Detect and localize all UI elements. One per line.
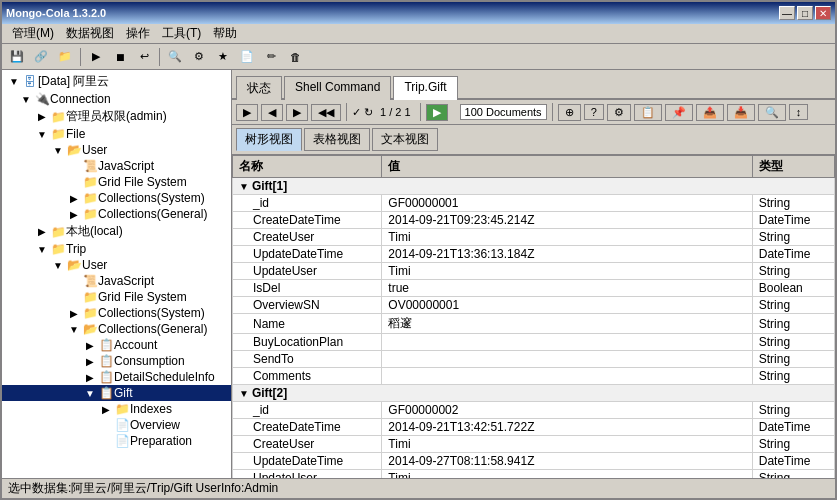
filter-button[interactable]: 🔍 (758, 104, 786, 121)
expand-icon[interactable]: ▶ (82, 340, 98, 351)
menu-help[interactable]: 帮助 (207, 23, 243, 44)
back-button[interactable]: ◀ (261, 104, 283, 121)
menu-tools[interactable]: 工具(T) (156, 23, 207, 44)
run-button[interactable]: ▶ (426, 104, 448, 121)
tab-trip-gift[interactable]: Trip.Gift (393, 76, 457, 100)
maximize-button[interactable]: □ (797, 6, 813, 20)
table-row[interactable]: BuyLocationPlanString (233, 334, 835, 351)
toolbar-btn-11[interactable]: ✏ (260, 46, 282, 68)
sidebar-item-gridfs2[interactable]: 📁 Grid File System (2, 289, 231, 305)
menu-admin[interactable]: 管理(M) (6, 23, 60, 44)
sidebar-item-detailschedule[interactable]: ▶ 📋 DetailScheduleInfo (2, 369, 231, 385)
menu-operation[interactable]: 操作 (120, 23, 156, 44)
paste-button[interactable]: 📌 (665, 104, 693, 121)
menu-dataview[interactable]: 数据视图 (60, 23, 120, 44)
table-row[interactable]: CreateUserTimiString (233, 229, 835, 246)
table-row[interactable]: CommentsString (233, 368, 835, 385)
help-button[interactable]: ? (584, 104, 604, 120)
toolbar-btn-12[interactable]: 🗑 (284, 46, 306, 68)
expand-icon[interactable]: ▼ (66, 324, 82, 335)
sidebar-item-file[interactable]: ▼ 📁 File (2, 126, 231, 142)
table-row[interactable]: _idGF00000002String (233, 402, 835, 419)
expand-icon[interactable]: ▼ (82, 388, 98, 399)
table-row-group[interactable]: ▼Gift[1] (233, 178, 835, 195)
toolbar-btn-1[interactable]: 💾 (6, 46, 28, 68)
expand-icon[interactable]: ▶ (82, 356, 98, 367)
table-row[interactable]: UpdateDateTime2014-09-27T08:11:58.941ZDa… (233, 453, 835, 470)
sidebar-item-admin[interactable]: ▶ 📁 管理员权限(admin) (2, 107, 231, 126)
table-row[interactable]: SendToString (233, 351, 835, 368)
expand-icon[interactable]: ▼ (34, 244, 50, 255)
sidebar-item-aliyun-data[interactable]: ▼ 🗄 [Data] 阿里云 (2, 72, 231, 91)
expand-icon[interactable]: ▼ (34, 129, 50, 140)
play-button[interactable]: ▶ (236, 104, 258, 121)
table-row[interactable]: CreateDateTime2014-09-21T13:42:51.722ZDa… (233, 419, 835, 436)
minimize-button[interactable]: — (779, 6, 795, 20)
expand-icon[interactable]: ▼ (6, 76, 22, 87)
toolbar-btn-10[interactable]: 📄 (236, 46, 258, 68)
toolbar-btn-5[interactable]: ⏹ (109, 46, 131, 68)
sidebar-item-colgen2[interactable]: ▼ 📂 Collections(General) (2, 321, 231, 337)
toolbar-btn-3[interactable]: 📁 (54, 46, 76, 68)
tab-status[interactable]: 状态 (236, 76, 282, 100)
toolbar-btn-8[interactable]: ⚙ (188, 46, 210, 68)
expand-icon[interactable]: ▶ (82, 372, 98, 383)
view-tab-grid[interactable]: 表格视图 (304, 128, 370, 151)
table-row[interactable]: CreateDateTime2014-09-21T09:23:45.214ZDa… (233, 212, 835, 229)
toolbar-btn-7[interactable]: 🔍 (164, 46, 186, 68)
expand-icon[interactable]: ▶ (34, 111, 50, 122)
sidebar-item-overview[interactable]: 📄 Overview (2, 417, 231, 433)
add-button[interactable]: ⊕ (558, 104, 581, 121)
expand-icon[interactable]: ▶ (66, 209, 82, 220)
table-row[interactable]: UpdateDateTime2014-09-21T13:36:13.184ZDa… (233, 246, 835, 263)
settings-button[interactable]: ⚙ (607, 104, 631, 121)
table-row[interactable]: UpdateUserTimiString (233, 263, 835, 280)
sidebar-item-preparation[interactable]: 📄 Preparation (2, 433, 231, 449)
sidebar-item-file-user[interactable]: ▼ 📂 User (2, 142, 231, 158)
table-row[interactable]: IsDeltrueBoolean (233, 280, 835, 297)
expand-icon[interactable]: ▶ (98, 404, 114, 415)
expand-icon[interactable]: ▶ (34, 226, 50, 237)
export-button[interactable]: 📤 (696, 104, 724, 121)
toolbar-btn-4[interactable]: ▶ (85, 46, 107, 68)
tab-shell[interactable]: Shell Command (284, 76, 391, 100)
table-row[interactable]: CreateUserTimiString (233, 436, 835, 453)
sidebar-item-trip[interactable]: ▼ 📁 Trip (2, 241, 231, 257)
forward-button[interactable]: ▶ (286, 104, 308, 121)
sidebar-item-trip-user[interactable]: ▼ 📂 User (2, 257, 231, 273)
sidebar-item-indexes[interactable]: ▶ 📁 Indexes (2, 401, 231, 417)
expand-icon[interactable]: ▼ (239, 388, 249, 399)
expand-icon[interactable]: ▼ (18, 94, 34, 105)
table-row[interactable]: UpdateUserTimiString (233, 470, 835, 479)
toolbar-btn-2[interactable]: 🔗 (30, 46, 52, 68)
table-row[interactable]: OverviewSNOV00000001String (233, 297, 835, 314)
sidebar-item-javascript1[interactable]: 📜 JavaScript (2, 158, 231, 174)
toolbar-btn-6[interactable]: ↩ (133, 46, 155, 68)
table-row-group[interactable]: ▼Gift[2] (233, 385, 835, 402)
expand-icon[interactable]: ▶ (66, 193, 82, 204)
sidebar-item-local[interactable]: ▶ 📁 本地(local) (2, 222, 231, 241)
table-row[interactable]: _idGF00000001String (233, 195, 835, 212)
sort-button[interactable]: ↕ (789, 104, 809, 120)
import-button[interactable]: 📥 (727, 104, 755, 121)
end-button[interactable]: ◀◀ (311, 104, 341, 121)
table-row[interactable]: Name稻邃String (233, 314, 835, 334)
close-button[interactable]: ✕ (815, 6, 831, 20)
expand-icon[interactable]: ▼ (239, 181, 249, 192)
sidebar-item-gridfs1[interactable]: 📁 Grid File System (2, 174, 231, 190)
sidebar-item-colsys1[interactable]: ▶ 📁 Collections(System) (2, 190, 231, 206)
view-tab-text[interactable]: 文本视图 (372, 128, 438, 151)
sidebar-item-javascript2[interactable]: 📜 JavaScript (2, 273, 231, 289)
expand-icon[interactable]: ▼ (50, 145, 66, 156)
view-tab-tree[interactable]: 树形视图 (236, 128, 302, 151)
toolbar-btn-9[interactable]: ★ (212, 46, 234, 68)
sidebar-item-colsys2[interactable]: ▶ 📁 Collections(System) (2, 305, 231, 321)
sidebar-item-account[interactable]: ▶ 📋 Account (2, 337, 231, 353)
expand-icon[interactable]: ▼ (50, 260, 66, 271)
sidebar-item-consumption[interactable]: ▶ 📋 Consumption (2, 353, 231, 369)
copy-button[interactable]: 📋 (634, 104, 662, 121)
sidebar-item-connection[interactable]: ▼ 🔌 Connection (2, 91, 231, 107)
sidebar-item-gift[interactable]: ▼ 📋 Gift (2, 385, 231, 401)
sidebar-item-colgen1[interactable]: ▶ 📁 Collections(General) (2, 206, 231, 222)
expand-icon[interactable]: ▶ (66, 308, 82, 319)
